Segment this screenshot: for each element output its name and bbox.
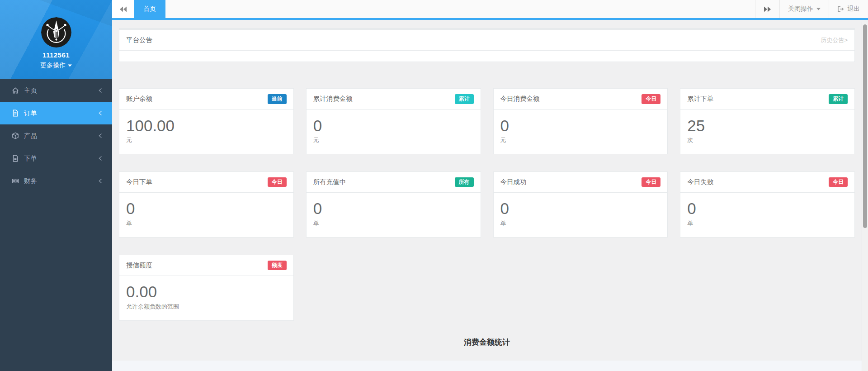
sidebar-item-place-order[interactable]: 下单 [0, 147, 112, 170]
more-actions-label: 更多操作 [40, 62, 66, 70]
stat-card-credit-limit: 授信额度 额度 0.00 允许余额负数的范围 [119, 255, 294, 321]
content-area: 平台公告 历史公告> 账户余额 当前 100.00 元 [112, 22, 862, 371]
crown-logo-icon [41, 17, 71, 48]
stat-header: 今日下单 今日 [119, 172, 293, 193]
tabs-scroll-right-button[interactable] [755, 0, 779, 18]
stat-unit: 元 [313, 136, 474, 144]
stats-grid: 账户余额 当前 100.00 元 累计消费金额 累计 0 元 [119, 88, 855, 321]
vertical-scrollbar[interactable] [862, 22, 868, 371]
home-icon [12, 87, 19, 94]
stat-card-today-orders: 今日下单 今日 0 单 [119, 171, 294, 238]
logout-label: 退出 [847, 5, 860, 13]
double-chevron-left-icon [119, 6, 127, 12]
stat-card-today-failed: 今日失败 今日 0 单 [680, 171, 855, 238]
stat-title: 累计下单 [687, 95, 713, 103]
stat-unit: 单 [500, 219, 661, 228]
main-area: 首页 关闭操作 退出 [112, 0, 868, 371]
status-badge: 累计 [829, 94, 848, 104]
stat-body: 0 单 [680, 193, 854, 237]
stat-unit: 单 [313, 219, 474, 228]
avatar[interactable] [41, 17, 71, 48]
stat-title: 今日成功 [500, 178, 527, 186]
stat-title: 账户余额 [126, 95, 152, 103]
logout-button[interactable]: 退出 [829, 0, 868, 18]
cube-icon [12, 132, 19, 139]
tab-home-label: 首页 [143, 5, 156, 13]
close-actions-dropdown[interactable]: 关闭操作 [779, 0, 829, 18]
stat-title: 今日失败 [687, 178, 713, 186]
history-announcements-link[interactable]: 历史公告> [821, 36, 848, 44]
stat-title: 今日消费金额 [500, 95, 540, 103]
stat-value: 0 [500, 117, 661, 135]
tab-bar: 首页 关闭操作 退出 [112, 0, 868, 20]
chevron-left-icon [98, 110, 102, 116]
stat-body: 0 单 [119, 193, 293, 237]
stat-header: 今日消费金额 今日 [494, 89, 668, 110]
chevron-left-icon [98, 178, 102, 184]
close-actions-label: 关闭操作 [788, 5, 813, 13]
stat-header: 今日成功 今日 [494, 172, 668, 193]
tab-home[interactable]: 首页 [134, 0, 165, 18]
consumption-chart-title: 消费金额统计 [119, 337, 855, 347]
stat-unit: 单 [126, 219, 287, 228]
tabs-scroll-left-button[interactable] [112, 0, 134, 18]
announcement-body [119, 51, 854, 62]
username: 1112561 [0, 51, 112, 59]
stat-card-today-success: 今日成功 今日 0 单 [493, 171, 668, 238]
stat-unit: 单 [687, 219, 848, 228]
stat-card-recharging: 所有充值中 所有 0 单 [306, 171, 481, 238]
status-badge: 今日 [268, 177, 287, 187]
stat-title: 今日下单 [126, 178, 152, 186]
status-badge: 今日 [642, 94, 660, 104]
stat-body: 0 单 [494, 193, 668, 237]
stat-unit: 允许余额负数的范围 [126, 303, 287, 311]
stat-body: 25 次 [680, 110, 854, 154]
sidebar-profile: 1112561 更多操作 [0, 0, 112, 79]
sidebar-item-products[interactable]: 产品 [0, 124, 112, 147]
caret-down-icon [816, 8, 821, 10]
tab-bar-spacer [165, 0, 755, 18]
scrollbar-thumb[interactable] [863, 24, 867, 228]
announcement-panel: 平台公告 历史公告> [119, 28, 855, 62]
stat-value: 0 [313, 200, 474, 218]
stat-value: 0 [126, 200, 287, 218]
stat-unit: 次 [687, 136, 848, 144]
stat-title: 授信额度 [126, 261, 152, 270]
stat-value: 0 [500, 200, 661, 218]
stat-value: 0 [687, 200, 848, 218]
stat-body: 0 单 [307, 193, 481, 237]
stat-card-total-consumption: 累计消费金额 累计 0 元 [306, 88, 481, 154]
stat-card-total-orders: 累计下单 累计 25 次 [680, 88, 855, 154]
double-chevron-right-icon [764, 6, 771, 12]
status-badge: 累计 [455, 94, 474, 104]
stat-card-today-consumption: 今日消费金额 今日 0 元 [493, 88, 668, 154]
announcement-header: 平台公告 历史公告> [119, 30, 854, 51]
sidebar-item-finance[interactable]: 财务 [0, 170, 112, 192]
stat-body: 0.00 允许余额负数的范围 [119, 276, 293, 320]
chevron-left-icon [98, 88, 102, 93]
file-icon [12, 155, 19, 162]
stat-header: 累计下单 累计 [680, 89, 854, 110]
sidebar-menu: 主页 订单 产品 [0, 79, 112, 192]
stat-header: 累计消费金额 累计 [307, 89, 481, 110]
stat-value: 100.00 [126, 117, 287, 135]
sidebar-item-home[interactable]: 主页 [0, 79, 112, 102]
sidebar: 1112561 更多操作 主页 [0, 0, 112, 371]
status-badge: 所有 [455, 177, 474, 187]
stat-unit: 元 [500, 136, 661, 144]
app-window: 1112561 更多操作 主页 [0, 0, 868, 371]
sidebar-item-label: 产品 [24, 132, 37, 140]
stat-title: 所有充值中 [313, 178, 346, 186]
status-badge: 今日 [829, 177, 848, 187]
stat-value: 25 [687, 117, 848, 135]
sidebar-item-label: 订单 [24, 109, 37, 118]
stat-card-account-balance: 账户余额 当前 100.00 元 [119, 88, 294, 154]
announcement-title: 平台公告 [126, 36, 152, 44]
sidebar-item-orders[interactable]: 订单 [0, 102, 112, 124]
chevron-left-icon [98, 156, 102, 161]
stat-body: 0 元 [307, 110, 481, 154]
stat-title: 累计消费金额 [313, 95, 353, 103]
more-actions-dropdown[interactable]: 更多操作 [0, 59, 112, 70]
sidebar-item-label: 下单 [24, 154, 37, 163]
file-text-icon [12, 109, 19, 117]
